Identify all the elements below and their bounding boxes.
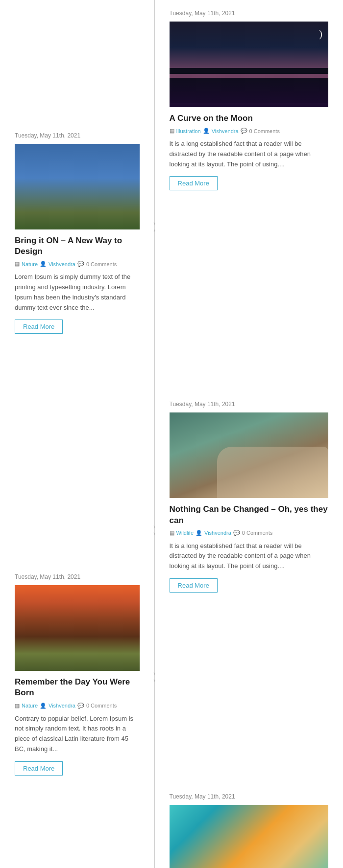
- chevron-2: › ›: [153, 524, 156, 537]
- comment-count-right-1: 0 Comments: [249, 128, 280, 134]
- post-card-right-1: Tuesday, May 11th, 2021 ) A Curve on the…: [170, 0, 328, 190]
- post-date-left-1: Tuesday, May 11th, 2021: [15, 132, 140, 139]
- post-image-colorful: [170, 805, 328, 868]
- read-more-button-left-2[interactable]: Read More: [15, 761, 63, 776]
- post-image-moon: ): [170, 22, 328, 107]
- post-image-mountains: [15, 585, 140, 671]
- author-right-2[interactable]: Vishvendra: [204, 530, 231, 536]
- post-title-left-2: Remember the Day You Were Born: [15, 677, 140, 698]
- author-icon-right-2: 👤: [196, 530, 202, 536]
- category-icon-right-2: ▦: [170, 530, 174, 536]
- category-icon-right-1: ▦: [170, 128, 174, 134]
- comment-count-right-2: 0 Comments: [242, 530, 272, 536]
- post-title-right-1: A Curve on the Moon: [170, 113, 328, 124]
- category-icon-left-1: ▦: [15, 261, 20, 267]
- chevron-3: › ›: [153, 670, 156, 684]
- post-meta-right-1: ▦ Illustration 👤 Vishvendra 💬 0 Comments: [170, 128, 328, 134]
- comment-icon-right-2: 💬: [233, 530, 240, 536]
- read-more-button-right-2[interactable]: Read More: [170, 578, 218, 593]
- column-divider: › › › › › ›: [154, 0, 155, 868]
- post-date-right-2: Tuesday, May 11th, 2021: [170, 401, 328, 408]
- comment-icon-left-2: 💬: [77, 703, 84, 709]
- post-excerpt-right-1: It is a long established fact that a rea…: [170, 139, 328, 169]
- post-image-cat: [170, 412, 328, 498]
- post-card-right-2: Tuesday, May 11th, 2021 Nothing Can be C…: [170, 391, 328, 593]
- author-icon-left-1: 👤: [40, 261, 47, 267]
- post-meta-left-1: ▦ Nature 👤 Vishvendra 💬 0 Comments: [15, 261, 140, 267]
- category-tag-right-1[interactable]: Illustration: [176, 128, 201, 134]
- post-card-right-3: Tuesday, May 11th, 2021 Sun on the Cliff…: [170, 783, 328, 868]
- post-image-butterfly: [15, 144, 140, 229]
- comment-icon-left-1: 💬: [77, 261, 84, 267]
- read-more-button-left-1[interactable]: Read More: [15, 320, 63, 334]
- author-left-1[interactable]: Vishvendra: [49, 261, 75, 267]
- post-title-left-1: Bring it ON – A New Way to Design: [15, 235, 140, 257]
- post-meta-right-2: ▦ Wildlife 👤 Vishvendra 💬 0 Comments: [170, 530, 328, 536]
- category-tag-left-2[interactable]: Nature: [22, 703, 38, 708]
- author-left-2[interactable]: Vishvendra: [49, 703, 75, 708]
- category-icon-left-2: ▦: [15, 703, 20, 709]
- read-more-button-right-1[interactable]: Read More: [170, 176, 218, 190]
- post-excerpt-right-2: It is a long established fact that a rea…: [170, 541, 328, 571]
- post-meta-left-2: ▦ Nature 👤 Vishvendra 💬 0 Comments: [15, 703, 140, 709]
- author-icon-left-2: 👤: [40, 703, 47, 709]
- category-tag-right-2[interactable]: Wildlife: [176, 530, 194, 536]
- category-tag-left-1[interactable]: Nature: [22, 261, 38, 267]
- moon-crescent-icon: ): [319, 27, 322, 40]
- post-card-left-1: Tuesday, May 11th, 2021 Bring it ON – A …: [15, 122, 140, 334]
- post-excerpt-left-2: Contrary to popular belief, Lorem Ipsum …: [15, 714, 140, 754]
- author-icon-right-1: 👤: [203, 128, 210, 134]
- post-date-right-1: Tuesday, May 11th, 2021: [170, 10, 328, 17]
- post-title-right-2: Nothing Can be Changed – Oh, yes they ca…: [170, 504, 328, 525]
- chevron-1: › ›: [153, 220, 156, 234]
- comment-count-left-2: 0 Comments: [86, 703, 117, 708]
- comment-icon-right-1: 💬: [241, 128, 247, 134]
- post-date-left-2: Tuesday, May 11th, 2021: [15, 573, 140, 580]
- post-excerpt-left-1: Lorem Ipsum is simply dummy text of the …: [15, 272, 140, 313]
- mountain-silhouette: [170, 73, 328, 107]
- post-date-right-3: Tuesday, May 11th, 2021: [170, 793, 328, 800]
- author-right-1[interactable]: Vishvendra: [212, 128, 239, 134]
- post-card-left-2: Tuesday, May 11th, 2021 Remember the Day…: [15, 564, 140, 775]
- comment-count-left-1: 0 Comments: [86, 261, 117, 267]
